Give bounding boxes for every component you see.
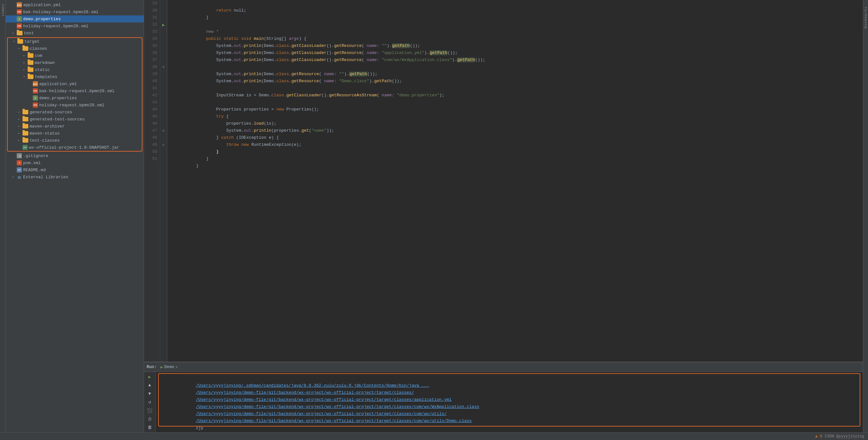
run-toolbar: ▶ ▲ ▼ ↺ ⬛ ⎙ 🗑: [144, 372, 156, 432]
yml-icon: yml: [33, 81, 38, 87]
file-name: pom.xml: [23, 161, 41, 165]
code-line: System.out.println(Demo.class.getResourc…: [171, 64, 863, 71]
file-name: static: [35, 67, 50, 72]
arrow-icon: [18, 131, 23, 135]
run-output: /Users/yyyyjinying/.sdkman/candidates/ja…: [156, 372, 863, 432]
arrow-icon: [12, 31, 17, 35]
jar-icon: jar: [23, 145, 28, 150]
gutter-icon: ⊙: [160, 127, 167, 134]
code-line: public static void main(String[] args) {: [171, 28, 863, 35]
status-bar: ▲ 8 CSDN @yyyyjinying: [0, 432, 868, 440]
gutter-icon: [160, 71, 167, 78]
file-tree-item[interactable]: xml holiday-request.bpmn20.xml: [8, 101, 142, 108]
scroll-down-button[interactable]: ▼: [146, 390, 154, 397]
external-libraries[interactable]: ▤ External Libraries: [6, 173, 144, 180]
file-name: generated-test-sources: [30, 117, 85, 122]
file-name: External Libraries: [23, 175, 68, 179]
templates-folder[interactable]: templates: [8, 73, 142, 80]
xml-icon: xml: [17, 24, 22, 29]
folder-icon: [23, 138, 28, 143]
file-name: demo.properties: [23, 17, 61, 22]
gutter-icon: [160, 57, 167, 64]
pom-icon: m: [17, 160, 22, 165]
arrow-icon: [12, 175, 17, 179]
file-name: com: [35, 53, 42, 58]
file-tree-item[interactable]: p demo.properties: [6, 15, 144, 23]
print-button[interactable]: ⎙: [146, 415, 154, 422]
gutter-icon: [160, 113, 167, 120]
file-name: application.yml: [23, 3, 61, 7]
bookmarks-label: Bookmarks: [864, 6, 868, 28]
run-tab-demo[interactable]: ▶ Demo ∨: [160, 365, 178, 370]
code-editor[interactable]: return null; } new * public static void …: [167, 0, 863, 362]
xml-icon: xml: [33, 88, 38, 94]
readme-file[interactable]: md README.md: [6, 166, 144, 173]
gutter-icon: [160, 148, 167, 156]
gutter-icon: [160, 85, 167, 92]
bookmarks-panel: Bookmarks: [863, 0, 868, 432]
file-name: maven-status: [30, 131, 60, 136]
maven-status-folder[interactable]: maven-status: [8, 130, 142, 137]
code-line: }: [171, 148, 863, 156]
arrow-icon: [18, 138, 23, 142]
com-folder[interactable]: com: [8, 52, 142, 59]
rerun-button[interactable]: ↺: [146, 399, 154, 406]
file-name: holiday-request.bpmn20.xml: [23, 24, 88, 29]
test-classes-folder[interactable]: test-classes: [8, 137, 142, 144]
yml-icon: yml: [17, 2, 22, 7]
gutter-icon: [160, 35, 167, 42]
file-name: README.md: [23, 168, 45, 172]
md-icon: md: [17, 167, 22, 172]
code-line: }: [171, 7, 863, 14]
arrow-icon: [23, 54, 28, 58]
maven-archiver-folder[interactable]: maven-archiver: [8, 123, 142, 130]
file-tree-item[interactable]: yml application.yml: [8, 80, 142, 87]
file-name: classes: [30, 46, 47, 51]
scroll-up-button[interactable]: ▲: [146, 381, 154, 388]
run-panel-header: Run: ▶ Demo ∨: [144, 362, 863, 372]
file-tree-item[interactable]: yml application.yml: [6, 1, 144, 8]
run-button[interactable]: ▶: [146, 373, 154, 380]
folder-icon: [23, 117, 28, 122]
arrow-icon: [23, 61, 28, 65]
file-tree-item[interactable]: test: [6, 30, 144, 37]
file-name: bak-holiday-request.bpmn20.xml: [39, 89, 115, 94]
file-tree-item[interactable]: p demo.properties: [8, 94, 142, 101]
gutter-icon: [160, 42, 167, 49]
arrow-icon: [18, 117, 23, 121]
properties-icon: p: [17, 16, 22, 22]
file-tree-item[interactable]: xml bak-holiday-request.bpmn20.xml: [8, 87, 142, 94]
commit-label[interactable]: Commit: [0, 1, 5, 19]
file-tree-item[interactable]: xml bak-holiday-request.bpmn20.xml: [6, 8, 144, 15]
run-panel: Run: ▶ Demo ∨ ▶ ▲ ▼ ↺ ⬛ ⎙ 🗑: [144, 362, 863, 432]
gutter-icon: [160, 28, 167, 35]
generated-sources-folder[interactable]: generated-sources: [8, 108, 142, 115]
arrow-icon: [23, 68, 28, 72]
trash-button[interactable]: 🗑: [146, 424, 154, 431]
editor-area: 29 30 31 32 33 34 35 36 37 38 39 40 41 4…: [144, 0, 863, 432]
folder-icon: [23, 131, 28, 136]
folder-open-icon: [18, 39, 23, 44]
file-name: application.yml: [39, 81, 77, 87]
folder-open-icon: [28, 74, 33, 79]
markdown-folder[interactable]: markdown: [8, 59, 142, 66]
target-folder[interactable]: target: [8, 38, 142, 45]
stop-button[interactable]: ⬛: [146, 407, 154, 414]
gitignore-file[interactable]: .g .gitignore: [6, 152, 144, 159]
code-line: Properties properties = new Properties()…: [171, 99, 863, 106]
line-numbers: 29 30 31 32 33 34 35 36 37 38 39 40 41 4…: [144, 0, 160, 362]
file-tree-item[interactable]: xml holiday-request.bpmn20.xml: [6, 23, 144, 30]
pom-file[interactable]: m pom.xml: [6, 159, 144, 166]
static-folder[interactable]: static: [8, 66, 142, 73]
jar-file[interactable]: jar wx-official-project-1.0-SNAPSHOT.jar: [8, 144, 142, 151]
file-name: test-classes: [30, 138, 60, 143]
run-title: Run:: [147, 365, 157, 369]
file-name: markdown: [35, 60, 55, 65]
gutter-icon: [160, 14, 167, 21]
file-name: demo.properties: [39, 96, 77, 101]
classes-folder[interactable]: classes: [8, 45, 142, 52]
run-panel-body: ▶ ▲ ▼ ↺ ⬛ ⎙ 🗑 /Users/yyyyjinying/.sdkman…: [144, 372, 863, 432]
warning-badge: ▲ 8: [815, 434, 823, 439]
generated-test-sources-folder[interactable]: generated-test-sources: [8, 115, 142, 123]
gutter-icon: [160, 99, 167, 106]
